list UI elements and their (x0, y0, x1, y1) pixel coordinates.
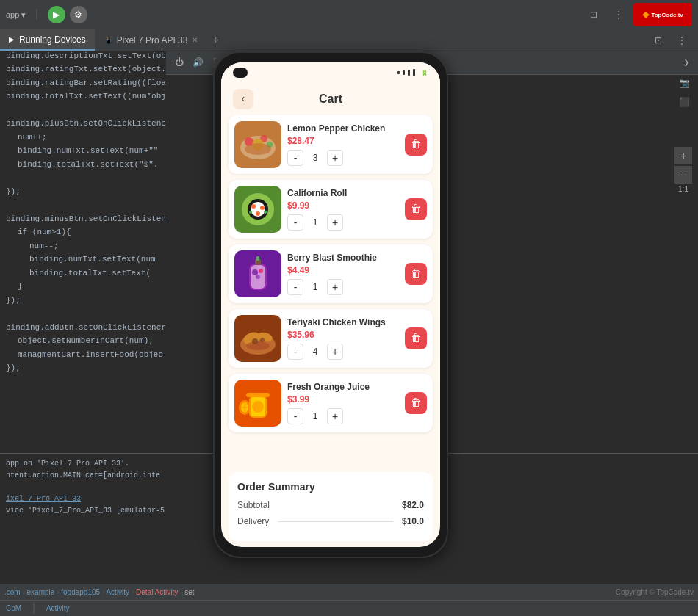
code-line-21 (0, 307, 166, 321)
item-image-4 (234, 380, 281, 427)
item-info-0: Lemon Pepper Chicken $28.47 - 3 + (287, 123, 399, 166)
tab-add-button[interactable]: + (206, 35, 224, 46)
item-info-1: California Roll $9.99 - 1 + (287, 188, 399, 231)
more-button[interactable]: ⋮ (608, 4, 629, 25)
tab-running-devices[interactable]: ▶ Running Devices (0, 29, 95, 51)
tab-close-pixel7[interactable]: ✕ (192, 36, 198, 44)
zoom-controls: + − 1:1 (674, 147, 692, 193)
status-activity[interactable]: Activity (46, 604, 70, 612)
trash-icon-3: 🗑 (411, 333, 421, 344)
code-line-9: binding.numTxt.setText(num+"" (0, 144, 166, 158)
svg-point-20 (259, 269, 263, 273)
signal-bar-3 (408, 70, 410, 76)
code-line-5: binding.totalTxt.setText((num*obje (0, 90, 166, 104)
svg-point-15 (264, 211, 267, 214)
power-icon[interactable]: ⏻ (172, 56, 187, 70)
svg-point-30 (246, 341, 270, 350)
battery-icon: 🔋 (421, 70, 428, 76)
code-line-20: }); (0, 294, 166, 308)
app-dropdown[interactable]: app ▾ (6, 10, 26, 20)
zoom-ratio: 1:1 (674, 185, 692, 193)
phone-screen: 🔋 ‹ Cart (221, 62, 440, 547)
subtotal-row: Subtotal $82.0 (237, 500, 424, 510)
signal-bar-4 (413, 69, 415, 76)
svg-point-11 (251, 204, 256, 209)
cart-list[interactable]: Lemon Pepper Chicken $28.47 - 3 + 🗑 (221, 115, 440, 472)
delivery-label: Delivery (237, 516, 269, 526)
item-image-0 (234, 121, 281, 168)
delete-btn-4[interactable]: 🗑 (405, 392, 427, 414)
pixel7-link[interactable]: ixel 7 Pro API 33 (6, 495, 81, 503)
delete-btn-0[interactable]: 🗑 (405, 134, 427, 156)
item-price-4: $3.99 (287, 394, 399, 405)
status-com[interactable]: CoM (6, 604, 21, 612)
delivery-row: Delivery $10.0 (237, 516, 424, 526)
code-line-13 (0, 198, 166, 212)
delete-btn-3[interactable]: 🗑 (405, 327, 427, 349)
code-line-7: binding.plusBtn.setOnClickListener (0, 117, 166, 131)
delivery-divider (278, 521, 393, 522)
code-line-10: binding.totalTxt.setText("$". (0, 158, 166, 172)
svg-point-19 (252, 269, 258, 275)
phone-status-icons: 🔋 (397, 69, 428, 76)
tab-pixel7[interactable]: 📱 Pixel 7 Pro API 33 ✕ (95, 29, 207, 51)
code-line-4: binding.ratingBar.setRating((float (0, 76, 166, 90)
qty-plus-3[interactable]: + (327, 344, 343, 360)
qty-plus-2[interactable]: + (327, 279, 343, 295)
cart-item-1: California Roll $9.99 - 1 + 🗑 (229, 180, 433, 239)
layout-btn[interactable]: ⊡ (648, 30, 669, 51)
copyright-watermark: Copyright © TopCode.tv (616, 588, 694, 596)
code-line-3: binding.ratingTxt.setText(object.g (0, 62, 166, 76)
zoom-in-button[interactable]: + (674, 147, 692, 164)
code-line-22: binding.addBtn.setOnClickListener( (0, 321, 166, 335)
phone-notch (233, 68, 248, 78)
menu-btn[interactable]: ⋮ (672, 30, 692, 51)
item-image-2 (234, 250, 281, 297)
code-line-18: binding.totalTxt.setText( (0, 267, 166, 280)
svg-point-34 (252, 401, 264, 413)
qty-plus-4[interactable]: + (327, 408, 343, 424)
settings-button[interactable]: ⚙ (70, 6, 87, 23)
qty-minus-0[interactable]: - (287, 150, 303, 166)
svg-point-6 (245, 143, 271, 155)
code-line-25: }); (0, 361, 166, 375)
volume-icon[interactable]: 🔊 (190, 56, 206, 70)
cart-item-4: Fresh Orange Juice $3.99 - 1 + 🗑 (229, 374, 433, 432)
delete-btn-1[interactable]: 🗑 (405, 198, 427, 220)
svg-rect-23 (256, 256, 259, 261)
qty-plus-1[interactable]: + (327, 214, 343, 231)
screenshot-btn[interactable]: 📷 (676, 75, 692, 91)
item-price-3: $35.96 (287, 330, 399, 340)
cart-item-2: Berry Blast Smoothie $4.49 - 1 + 🗑 (229, 244, 433, 303)
fold-icon[interactable]: ❯ (681, 56, 692, 70)
delete-btn-2[interactable]: 🗑 (405, 263, 427, 285)
back-button[interactable]: ‹ (233, 89, 253, 109)
qty-num-4: 1 (306, 411, 324, 421)
qty-num-0: 3 (306, 153, 324, 163)
qty-control-0: - 3 + (287, 150, 399, 166)
qty-plus-0[interactable]: + (327, 150, 343, 166)
qty-control-4: - 1 + (287, 408, 399, 424)
zoom-out-button[interactable]: − (674, 166, 692, 184)
trash-icon-2: 🗑 (411, 268, 421, 280)
qty-num-2: 1 (306, 282, 324, 292)
item-name-1: California Roll (287, 188, 399, 198)
run-button[interactable]: ▶ (48, 6, 65, 23)
qty-minus-3[interactable]: - (287, 344, 303, 360)
code-line-23: object.setNumberInCart(num); (0, 334, 166, 348)
item-price-0: $28.47 (287, 136, 399, 146)
item-name-3: Teriyaki Chicken Wings (287, 317, 399, 327)
qty-minus-2[interactable]: - (287, 279, 303, 295)
qty-minus-1[interactable]: - (287, 214, 303, 231)
breadcrumb: .com › example › foodapp105 › Activity ›… (4, 588, 195, 596)
tabs-bar: ▶ Running Devices 📱 Pixel 7 Pro API 33 ✕… (0, 29, 698, 51)
svg-point-14 (249, 211, 252, 214)
qty-minus-4[interactable]: - (287, 408, 303, 424)
svg-point-13 (256, 211, 260, 216)
topcode-logo: 🔶 TopCode.tv (633, 3, 692, 26)
record-btn[interactable]: ⬛ (676, 94, 692, 110)
qty-control-3: - 4 + (287, 344, 399, 360)
item-image-3 (234, 315, 281, 362)
expand-button[interactable]: ⊡ (583, 4, 604, 25)
code-line-14: binding.minusBtn.setOnClickListene (0, 212, 166, 226)
